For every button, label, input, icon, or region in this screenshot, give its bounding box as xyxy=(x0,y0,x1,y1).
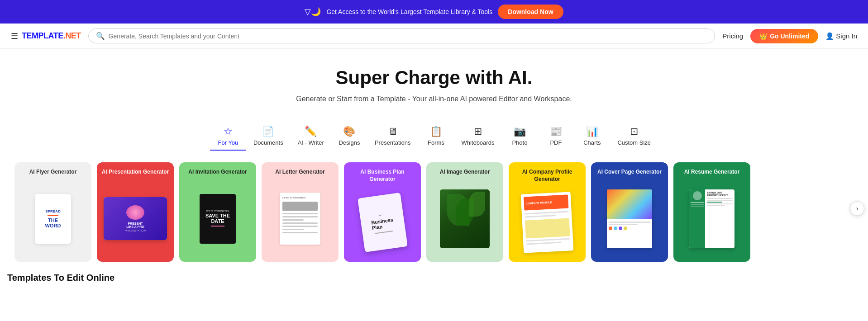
resume-preview: STAND OUTEFFORTLESSLY xyxy=(689,189,734,248)
search-bar[interactable]: 🔍 xyxy=(88,28,715,43)
cards-section: AI Flyer Generator SPREAD THE WORD AI Pr… xyxy=(7,155,861,262)
card-business[interactable]: AI Business Plan Generator — BusinessPla… xyxy=(344,162,421,262)
ai-writer-category-label: AI - Writer xyxy=(298,139,324,146)
card-image-resume: STAND OUTEFFORTLESSLY xyxy=(678,180,746,257)
letter-line6 xyxy=(282,226,318,227)
category-custom-size[interactable]: ⊡ Custom Size xyxy=(610,123,658,151)
hamburger-menu-icon[interactable]: ☰ xyxy=(11,31,18,41)
card-image-image xyxy=(431,180,499,257)
letter-line8 xyxy=(282,232,318,233)
co-line3 xyxy=(526,238,570,241)
logo[interactable]: TEMPLATE.NET xyxy=(22,31,81,41)
go-unlimited-label: Go Unlimited xyxy=(770,33,809,40)
card-image-letter: Letter of Attestation xyxy=(266,180,334,257)
next-arrow-button[interactable]: › xyxy=(850,201,864,216)
pres-brain-shape xyxy=(126,205,144,220)
inv-save: SAVE THEDATE xyxy=(205,213,230,224)
leaf3 xyxy=(469,192,485,217)
pres-sublabel: PRESENTATION xyxy=(125,229,146,232)
card-title-image: AI Image Generator xyxy=(440,169,490,176)
presentation-preview: PRESENTLIKE A PRO PRESENTATION xyxy=(104,197,167,240)
dot1 xyxy=(609,227,612,230)
pres-label: PRESENTLIKE A PRO xyxy=(126,222,144,228)
co-img-placeholder xyxy=(525,218,570,238)
company-title: COMPANY PROFILE xyxy=(526,201,552,205)
letter-preview: Letter of Attestation xyxy=(280,193,320,245)
signin-link[interactable]: 👤 Sign In xyxy=(825,32,857,40)
user-icon: 👤 xyxy=(825,32,834,40)
photo-category-label: Photo xyxy=(512,139,527,146)
crown-icon: 👑 xyxy=(759,33,767,40)
presentations-category-icon: 🖥 xyxy=(388,127,398,137)
card-title-business: AI Business Plan Generator xyxy=(348,169,416,183)
forms-category-icon: 📋 xyxy=(430,127,442,137)
category-ai-writer[interactable]: ✏️ AI - Writer xyxy=(291,123,331,151)
co-line2 xyxy=(525,215,556,218)
dot4 xyxy=(624,227,627,230)
category-documents[interactable]: 📄 Documents xyxy=(246,123,291,151)
flyer-text2: THE xyxy=(48,217,58,223)
card-image-flyer: SPREAD THE WORD xyxy=(19,180,87,257)
search-input[interactable] xyxy=(109,33,708,40)
category-photo[interactable]: 📷 Photo xyxy=(501,123,538,151)
category-for-you[interactable]: ☆ For You xyxy=(210,123,246,151)
business-inner: — BusinessPlan xyxy=(358,193,408,252)
flyer-text3: WORD xyxy=(45,223,61,228)
download-button[interactable]: Download Now xyxy=(498,5,563,19)
bp-label1: — xyxy=(379,212,383,217)
rr5 xyxy=(707,205,725,206)
category-charts[interactable]: 📊 Charts xyxy=(574,123,610,151)
business-preview: — BusinessPlan xyxy=(353,190,411,255)
card-image-presentation: PRESENTLIKE A PRO PRESENTATION xyxy=(101,180,169,257)
card-invitation[interactable]: AI Invitation Generator We're inviting y… xyxy=(179,162,256,262)
card-title-cover: AI Cover Page Generator xyxy=(597,169,662,176)
logo-net: NET xyxy=(65,31,81,40)
co-line1 xyxy=(525,211,569,214)
bp-label2: BusinessPlan xyxy=(371,217,394,231)
banner-text: Get Access to the World's Largest Templa… xyxy=(326,8,492,15)
templates-section: Templates To Edit Online xyxy=(0,262,868,283)
cv-line1 xyxy=(609,222,650,223)
card-resume[interactable]: AI Resume Generator STAND OUTEFFORTLESSL… xyxy=(673,162,750,262)
documents-category-label: Documents xyxy=(253,139,283,146)
go-unlimited-button[interactable]: 👑 Go Unlimited xyxy=(750,29,818,43)
card-image-business: — BusinessPlan xyxy=(348,187,416,257)
photo-category-icon: 📷 xyxy=(514,127,526,137)
category-presentations[interactable]: 🖥 Presentations xyxy=(367,123,418,151)
inv-line xyxy=(211,226,224,227)
bp-line xyxy=(375,230,393,234)
cards-wrapper: AI Flyer Generator SPREAD THE WORD AI Pr… xyxy=(0,155,868,262)
card-cover[interactable]: AI Cover Page Generator xyxy=(591,162,668,262)
hero-section: Super Charge with AI. Generate or Start … xyxy=(0,49,868,112)
card-flyer[interactable]: AI Flyer Generator SPREAD THE WORD xyxy=(14,162,91,262)
pricing-link[interactable]: Pricing xyxy=(722,32,743,40)
category-designs[interactable]: 🎨 Designs xyxy=(331,123,367,151)
header-right: Pricing 👑 Go Unlimited 👤 Sign In xyxy=(722,29,857,43)
category-forms[interactable]: 📋 Forms xyxy=(418,123,454,151)
letter-line2 xyxy=(282,213,318,214)
card-title-resume: AI Resume Generator xyxy=(684,169,740,176)
cover-dots xyxy=(609,227,650,230)
letter-line5 xyxy=(282,222,318,224)
hero-title: Super Charge with AI. xyxy=(9,67,859,89)
card-letter[interactable]: AI Letter Generator Letter of Attestatio… xyxy=(262,162,339,262)
category-whiteboards[interactable]: ⊞ Whiteboards xyxy=(454,123,501,151)
header: ☰ TEMPLATE.NET 🔍 Pricing 👑 Go Unlimited … xyxy=(0,24,868,49)
flyer-accent xyxy=(48,215,58,216)
category-pdf[interactable]: 📰 PDF xyxy=(538,123,574,151)
hero-subtitle: Generate or Start from a Template - Your… xyxy=(9,95,859,103)
cover-top xyxy=(607,189,652,219)
dot2 xyxy=(614,227,617,230)
card-presentation[interactable]: AI Presentation Generator PRESENTLIKE A … xyxy=(97,162,174,262)
card-image-cover xyxy=(596,180,663,257)
resume-headline: STAND OUTEFFORTLESSLY xyxy=(707,191,733,197)
card-company[interactable]: AI Company Profile Generator COMPANY PRO… xyxy=(509,162,586,262)
card-title-invitation: AI Invitation Generator xyxy=(188,169,247,176)
card-title-presentation: AI Presentation Generator xyxy=(102,169,169,176)
letter-line7 xyxy=(282,229,304,230)
card-image[interactable]: AI Image Generator xyxy=(426,162,503,262)
rr3 xyxy=(707,202,722,203)
card-title-company: AI Company Profile Generator xyxy=(513,169,581,183)
signin-label: Sign In xyxy=(836,32,857,40)
resume-avatar xyxy=(693,191,702,200)
